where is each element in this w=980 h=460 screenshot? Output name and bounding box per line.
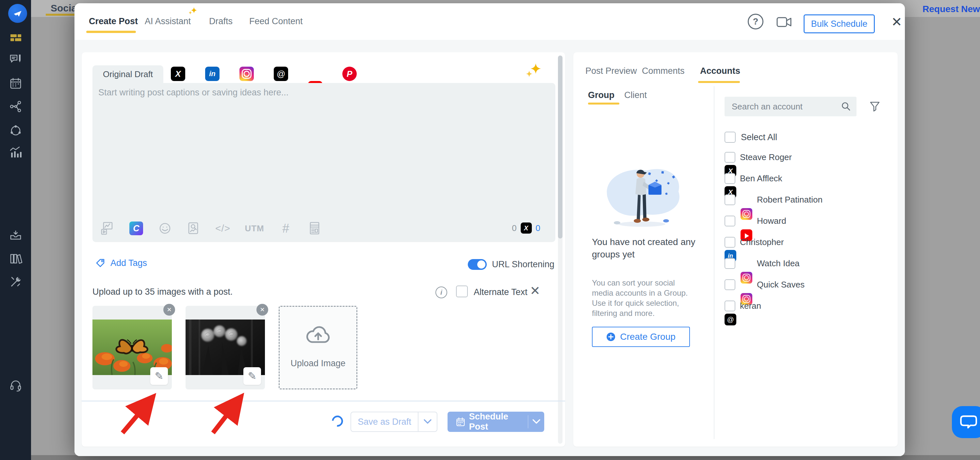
app-logo-icon[interactable] bbox=[8, 4, 23, 19]
library-icon[interactable] bbox=[8, 251, 23, 266]
account-row[interactable]: X Ben Affleck bbox=[725, 172, 783, 185]
tab-comments[interactable]: Comments bbox=[642, 66, 685, 76]
media-section-close-icon[interactable]: ✕ bbox=[530, 283, 540, 298]
composer-card: Original Draft X in @ P Start writing po… bbox=[82, 52, 565, 447]
original-draft-tab[interactable]: Original Draft bbox=[92, 65, 163, 83]
tab-ai-assistant[interactable]: AI Assistant bbox=[145, 16, 191, 27]
empty-group-title: You have not created any groups yet bbox=[592, 236, 702, 261]
create-post-modal: Create Post AI Assistant Drafts Feed Con… bbox=[75, 3, 905, 456]
chat-bubble-icon bbox=[961, 416, 977, 428]
media-icon[interactable] bbox=[100, 221, 115, 236]
upload-image-dropzone[interactable]: Upload Image bbox=[278, 306, 357, 390]
url-shortening-label: URL Shortening bbox=[492, 259, 554, 269]
schedule-post-label: Schedule Post bbox=[469, 412, 522, 432]
calendar-icon bbox=[456, 416, 465, 427]
account-row[interactable]: @ keran bbox=[725, 299, 761, 312]
network-icon[interactable] bbox=[8, 99, 23, 114]
composer-scrollbar-thumb[interactable] bbox=[558, 56, 563, 239]
analytics-icon[interactable] bbox=[8, 145, 23, 160]
pinterest-icon[interactable]: P bbox=[342, 67, 357, 81]
chevron-down-icon bbox=[423, 419, 432, 425]
account-checkbox[interactable] bbox=[725, 279, 735, 290]
filter-icon[interactable] bbox=[869, 100, 881, 112]
account-row[interactable]: Watch Idea bbox=[725, 257, 800, 270]
account-checkbox[interactable] bbox=[725, 258, 735, 269]
empty-group-illustration bbox=[597, 160, 688, 235]
bulk-schedule-button[interactable]: Bulk Schedule bbox=[803, 14, 875, 33]
remove-image-icon[interactable]: ✕ bbox=[256, 304, 268, 315]
calendar-icon[interactable] bbox=[8, 76, 23, 91]
inbox-icon[interactable] bbox=[8, 228, 23, 243]
create-group-button[interactable]: Create Group bbox=[592, 327, 690, 347]
screen: SocialP Request New Fe bbox=[0, 0, 980, 460]
canva-icon[interactable]: C bbox=[129, 221, 143, 236]
instagram-icon[interactable] bbox=[239, 67, 254, 81]
code-snippet-icon[interactable]: </> bbox=[215, 221, 230, 236]
close-icon[interactable]: ✕ bbox=[889, 14, 905, 30]
schedule-dropdown[interactable] bbox=[528, 419, 544, 425]
automation-icon[interactable] bbox=[8, 123, 23, 138]
url-shortening-toggle[interactable] bbox=[468, 259, 487, 270]
ai-magic-icon[interactable] bbox=[523, 61, 543, 82]
account-row[interactable]: in Christopher bbox=[725, 236, 784, 248]
subtab-group[interactable]: Group bbox=[588, 90, 614, 100]
add-tags-button[interactable]: Add Tags bbox=[95, 258, 147, 269]
x-char-count: 0 bbox=[536, 223, 540, 233]
tab-drafts[interactable]: Drafts bbox=[209, 16, 232, 27]
select-all-checkbox[interactable] bbox=[725, 132, 736, 143]
editor-toolbar: C </> UTM # bbox=[100, 221, 322, 236]
select-all-row[interactable]: Select All bbox=[725, 131, 777, 144]
save-draft-dropdown[interactable] bbox=[418, 412, 437, 431]
create-group-label: Create Group bbox=[620, 332, 676, 342]
character-counter: 0 X 0 bbox=[512, 223, 540, 234]
x-icon[interactable]: X bbox=[171, 67, 185, 81]
dashboard-icon[interactable] bbox=[8, 30, 23, 45]
media-thumbnail-roses[interactable]: ✕ ✎ bbox=[186, 306, 265, 390]
video-tutorial-icon[interactable] bbox=[776, 16, 792, 30]
tab-accounts[interactable]: Accounts bbox=[700, 66, 740, 76]
request-new-feature-link[interactable]: Request New Fe bbox=[923, 4, 980, 14]
account-row[interactable]: X Steave Roger bbox=[725, 151, 792, 164]
caption-editor[interactable]: Start writing post captions or saving id… bbox=[92, 83, 555, 242]
edit-image-pencil-icon[interactable]: ✎ bbox=[150, 367, 168, 385]
select-all-label: Select All bbox=[741, 132, 777, 142]
account-row[interactable]: Quick Saves bbox=[725, 278, 805, 291]
image-search-icon[interactable] bbox=[186, 221, 201, 236]
emoji-icon[interactable] bbox=[158, 221, 172, 236]
preview-accounts-card: Post Preview Comments Accounts Group Cli… bbox=[573, 52, 898, 447]
posts-icon[interactable] bbox=[8, 52, 23, 67]
template-icon[interactable] bbox=[307, 221, 322, 236]
tools-icon[interactable] bbox=[8, 274, 23, 290]
search-placeholder: Search an account bbox=[732, 102, 803, 112]
alternate-text-checkbox[interactable] bbox=[456, 285, 468, 297]
threads-icon[interactable]: @ bbox=[274, 67, 288, 81]
subtab-client[interactable]: Client bbox=[624, 90, 647, 100]
media-thumbnail-butterfly[interactable]: ✕ ✎ bbox=[92, 306, 172, 390]
account-row[interactable]: Howard bbox=[725, 214, 786, 228]
schedule-post-button[interactable]: Schedule Post bbox=[447, 412, 544, 432]
empty-group-body: You can sort your social media accounts … bbox=[592, 278, 697, 318]
account-checkbox[interactable] bbox=[725, 173, 735, 184]
account-checkbox[interactable] bbox=[725, 152, 735, 163]
account-row[interactable]: Robert Patination bbox=[725, 193, 822, 206]
hashtag-icon[interactable]: # bbox=[278, 221, 293, 236]
linkedin-icon[interactable]: in bbox=[205, 67, 220, 81]
tab-create-post[interactable]: Create Post bbox=[89, 16, 138, 27]
account-checkbox[interactable] bbox=[725, 301, 735, 311]
utm-icon[interactable]: UTM bbox=[245, 221, 264, 236]
support-headset-icon[interactable] bbox=[8, 378, 23, 393]
remove-image-icon[interactable]: ✕ bbox=[163, 304, 175, 315]
char-count: 0 bbox=[512, 223, 517, 233]
save-as-draft-button[interactable]: Save as Draft bbox=[350, 412, 438, 432]
caption-placeholder: Start writing post captions or saving id… bbox=[98, 88, 288, 98]
search-account-input[interactable]: Search an account bbox=[725, 97, 856, 116]
account-checkbox[interactable] bbox=[725, 194, 735, 205]
account-checkbox[interactable] bbox=[725, 237, 735, 248]
help-icon[interactable]: ? bbox=[748, 14, 764, 29]
info-icon[interactable]: i bbox=[436, 287, 447, 298]
edit-image-pencil-icon[interactable]: ✎ bbox=[243, 367, 261, 385]
chat-widget-button[interactable] bbox=[952, 406, 980, 438]
tab-post-preview[interactable]: Post Preview bbox=[585, 66, 637, 76]
account-checkbox[interactable] bbox=[725, 216, 735, 226]
tab-feed-content[interactable]: Feed Content bbox=[249, 16, 303, 27]
